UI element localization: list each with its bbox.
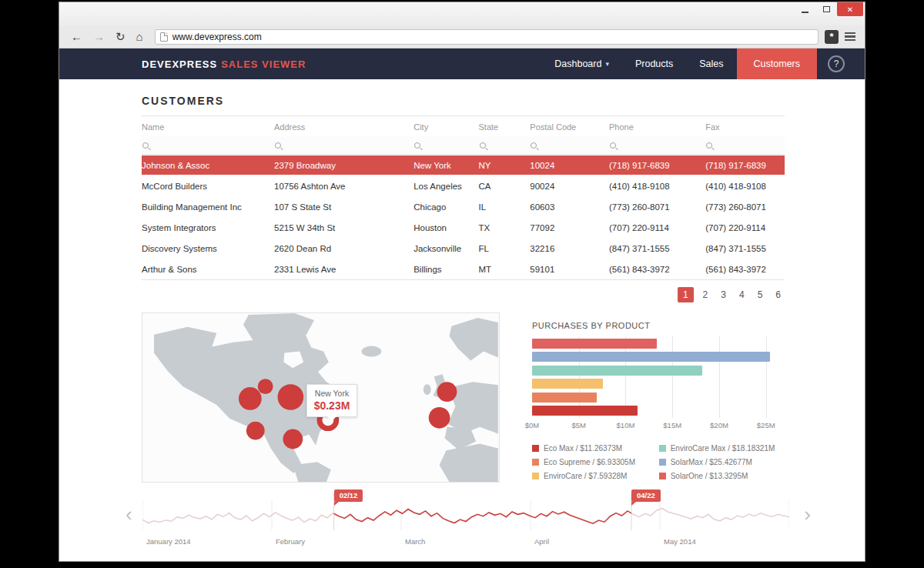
- url-input[interactable]: www.devexpress.com: [172, 32, 262, 42]
- nav-item-sales[interactable]: Sales: [686, 48, 736, 79]
- table-cell: 60603: [530, 202, 609, 212]
- minimize-icon: [802, 12, 808, 13]
- timeline-next-chevron[interactable]: ›: [804, 504, 811, 524]
- table-cell: New York: [413, 161, 478, 170]
- help-button[interactable]: ?: [828, 55, 845, 72]
- filter-input-city[interactable]: [413, 136, 478, 154]
- table-row[interactable]: Building Management Inc107 S State StChi…: [142, 196, 785, 217]
- titlebar: ✕: [59, 2, 865, 25]
- page-button-1[interactable]: 1: [678, 287, 694, 302]
- table-cell: (773) 260-8071: [705, 202, 785, 212]
- column-header-name[interactable]: Name: [142, 122, 274, 132]
- table-cell: 5215 W 34th St: [274, 223, 413, 232]
- table-cell: Houston: [413, 223, 478, 232]
- table-cell: McCord Builders: [142, 182, 274, 191]
- home-button[interactable]: ⌂: [136, 31, 143, 42]
- legend-item: Eco Max / $11.26373M: [532, 441, 645, 455]
- timeline-prev-chevron[interactable]: ‹: [126, 504, 132, 524]
- column-header-address[interactable]: Address: [274, 122, 413, 132]
- filter-input-address[interactable]: [274, 136, 413, 154]
- map-bubble[interactable]: [258, 379, 273, 394]
- nav-item-products[interactable]: Products: [622, 48, 686, 79]
- page-button-4[interactable]: 4: [735, 288, 748, 302]
- bar-solarmax[interactable]: [532, 352, 770, 362]
- back-button[interactable]: ←: [71, 31, 82, 42]
- filter-input-name[interactable]: [142, 136, 274, 154]
- page-button-2[interactable]: 2: [699, 288, 712, 302]
- browser-menu-button[interactable]: [845, 32, 855, 42]
- legend-swatch: [659, 459, 666, 466]
- app-logo: DEVEXPRESSSALES VIEWER: [142, 58, 306, 70]
- axis-tick-label: $20M: [710, 421, 728, 429]
- search-icon: [142, 142, 149, 149]
- table-row[interactable]: McCord Builders10756 Ashton AveLos Angel…: [142, 175, 785, 196]
- table-row[interactable]: Johnson & Assoc2379 BroadwayNew YorkNY10…: [142, 155, 785, 175]
- legend-label: Eco Supreme / $6.93305M: [544, 458, 635, 466]
- map-tooltip: New York $0.23M: [306, 384, 357, 417]
- timeline-plot[interactable]: 02/1204/22January 2014FebruaryMarchApril…: [142, 486, 789, 547]
- forward-button[interactable]: →: [93, 31, 105, 42]
- table-cell: 10024: [530, 161, 609, 170]
- browser-window: ✕ ← → ↻ ⌂ www.devexpress.com * DEVEXPRES…: [59, 2, 865, 562]
- map-bubble[interactable]: [239, 387, 262, 410]
- bar-envirocare[interactable]: [532, 379, 603, 389]
- table-cell: Chicago: [413, 202, 478, 212]
- table-cell: (718) 917-6839: [705, 161, 785, 170]
- axis-tick-label: $5M: [571, 421, 585, 429]
- sales-map[interactable]: New York $0.23M: [142, 312, 500, 483]
- table-cell: 59101: [530, 265, 609, 274]
- column-header-state[interactable]: State: [479, 122, 531, 132]
- legend-item: EnviroCare / $7.59328M: [532, 469, 645, 483]
- range-marker-flag[interactable]: 04/22: [631, 489, 661, 502]
- map-bubble[interactable]: [429, 407, 450, 429]
- bar-eco-max[interactable]: [532, 406, 638, 416]
- nav-items: Dashboard▾ProductsSalesCustomers: [541, 48, 817, 79]
- map-bubble[interactable]: [246, 422, 265, 440]
- map-bubble[interactable]: [437, 382, 457, 402]
- purchases-chart: PURCHASES BY PRODUCT $0M$5M$10M$15M$20M$…: [532, 312, 785, 483]
- legend-swatch: [532, 445, 539, 452]
- table-cell: FL: [479, 244, 531, 253]
- filter-input-fax[interactable]: [705, 136, 785, 154]
- filter-input-state[interactable]: [479, 136, 531, 154]
- table-row[interactable]: Discovery Systems2620 Dean RdJacksonvill…: [142, 238, 785, 259]
- address-bar[interactable]: www.devexpress.com: [155, 29, 819, 45]
- page-button-3[interactable]: 3: [717, 288, 730, 302]
- refresh-button[interactable]: ↻: [116, 31, 126, 42]
- column-header-fax[interactable]: Fax: [705, 122, 785, 132]
- column-header-postal-code[interactable]: Postal Code: [530, 122, 609, 132]
- page-button-6[interactable]: 6: [772, 288, 785, 302]
- map-bubble[interactable]: [283, 429, 303, 449]
- extension-icon[interactable]: *: [825, 30, 839, 44]
- nav-item-dashboard[interactable]: Dashboard▾: [541, 48, 622, 79]
- column-header-city[interactable]: City: [413, 122, 478, 132]
- table-cell: 2620 Dean Rd: [274, 244, 413, 253]
- table-cell: 32216: [530, 244, 609, 253]
- bar-envirocare-max[interactable]: [532, 366, 702, 376]
- timeline-month-label: January 2014: [146, 537, 191, 546]
- table-cell: System Integrators: [142, 223, 274, 232]
- bar-solarone[interactable]: [532, 339, 657, 349]
- page-button-5[interactable]: 5: [754, 288, 767, 302]
- filter-input-phone[interactable]: [609, 136, 705, 154]
- page-icon: [160, 32, 168, 42]
- filter-input-postal-code[interactable]: [530, 136, 609, 154]
- search-icon: [531, 142, 537, 149]
- table-cell: (410) 418-9108: [609, 182, 705, 191]
- pagination: 123456: [142, 287, 785, 302]
- range-marker-flag[interactable]: 02/12: [334, 489, 363, 502]
- table-filter-row: [142, 136, 785, 155]
- bar-eco-supreme[interactable]: [532, 393, 597, 403]
- minimize-button[interactable]: [794, 2, 815, 16]
- close-button[interactable]: ✕: [837, 2, 863, 16]
- table-row[interactable]: Arthur & Sons2331 Lewis AveBillingsMT591…: [142, 259, 785, 279]
- map-bubble[interactable]: [278, 384, 304, 410]
- nav-item-customers[interactable]: Customers: [737, 48, 817, 79]
- legend-label: EnviroCare / $7.59328M: [544, 472, 627, 480]
- legend-item: SolarMax / $25.42677M: [659, 455, 785, 469]
- chart-axis: $0M$5M$10M$15M$20M$25M: [532, 421, 785, 432]
- table-cell: 90024: [530, 182, 609, 191]
- table-row[interactable]: System Integrators5215 W 34th StHoustonT…: [142, 217, 785, 238]
- column-header-phone[interactable]: Phone: [609, 122, 705, 132]
- maximize-button[interactable]: [815, 2, 837, 16]
